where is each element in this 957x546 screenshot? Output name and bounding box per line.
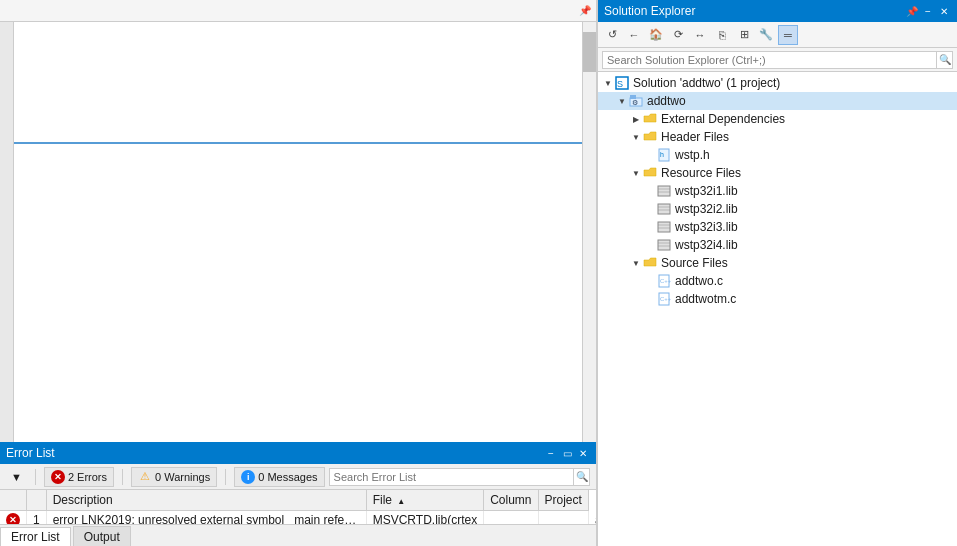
c-file-icon: C++ xyxy=(656,291,672,307)
solution-explorer-panel: Solution Explorer 📌 − ✕ ↺ ← 🏠 ⟳ ↔ ⎘ ⊞ 🔧 … xyxy=(597,0,957,546)
tree-label-wstp32i1-lib: wstp32i1.lib xyxy=(675,184,738,198)
se-home-btn[interactable]: 🏠 xyxy=(646,25,666,45)
tree-label-addtwotm-c: addtwotm.c xyxy=(675,292,736,306)
error-list-title-bar: Error List − ▭ ✕ xyxy=(0,442,596,464)
tree-label-wstp32i4-lib: wstp32i4.lib xyxy=(675,238,738,252)
bottom-panel: Error List − ▭ ✕ ▼ ✕ 2 Errors xyxy=(0,442,596,546)
tree-item-wstp32i1-lib[interactable]: wstp32i1.lib xyxy=(598,182,957,200)
tree-label-addtwo: addtwo xyxy=(647,94,686,108)
tree-expander-wstp-h[interactable] xyxy=(644,149,656,161)
solution-explorer-search: 🔍 xyxy=(598,48,957,72)
error-list-title: Error List xyxy=(6,446,55,460)
svg-rect-13 xyxy=(658,222,670,232)
warning-icon: ⚠ xyxy=(140,470,150,483)
tree-expander-addtwotm-c[interactable] xyxy=(644,293,656,305)
errors-filter-button[interactable]: ✕ 2 Errors xyxy=(44,467,114,487)
restore-icon[interactable]: ▭ xyxy=(560,446,574,460)
solution-explorer-search-input[interactable] xyxy=(602,51,937,69)
error-search-input[interactable] xyxy=(329,468,574,486)
col-header-line[interactable]: Column xyxy=(484,490,538,510)
close-icon[interactable]: ✕ xyxy=(576,446,590,460)
tab-error-list[interactable]: Error List xyxy=(0,527,71,546)
svg-text:C++: C++ xyxy=(660,278,671,284)
solution-explorer-toolbar: ↺ ← 🏠 ⟳ ↔ ⎘ ⊞ 🔧 ═ xyxy=(598,22,957,48)
tree-item-wstp32i4-lib[interactable]: wstp32i4.lib xyxy=(598,236,957,254)
tree-expander-wstp32i4-lib[interactable] xyxy=(644,239,656,251)
error-list-toolbar: ▼ ✕ 2 Errors ⚠ 0 Warnings xyxy=(0,464,596,490)
minimize-icon[interactable]: − xyxy=(544,446,558,460)
tree-label-addtwo-c: addtwo.c xyxy=(675,274,723,288)
svg-rect-7 xyxy=(658,186,670,196)
tree-item-wstp32i3-lib[interactable]: wstp32i3.lib xyxy=(598,218,957,236)
col-header-col[interactable]: Project xyxy=(538,490,588,510)
tree-label-resource-files: Resource Files xyxy=(661,166,741,180)
tree-expander-wstp32i2-lib[interactable] xyxy=(644,203,656,215)
tree-item-solution[interactable]: ▼SSolution 'addtwo' (1 project) xyxy=(598,74,957,92)
auto-hide-icon[interactable]: 📌 xyxy=(905,4,919,18)
tree-item-header-files[interactable]: ▼Header Files xyxy=(598,128,957,146)
tree-expander-addtwo-c[interactable] xyxy=(644,275,656,287)
error-search-icon[interactable]: 🔍 xyxy=(574,468,590,486)
error-icon: ✕ xyxy=(51,470,65,484)
tree-label-source-files: Source Files xyxy=(661,256,728,270)
folder-filter-icon xyxy=(642,129,658,145)
se-sync-btn[interactable]: ⟳ xyxy=(668,25,688,45)
tree-expander-header-files[interactable]: ▼ xyxy=(630,131,642,143)
col-header-icon[interactable] xyxy=(0,490,27,510)
filter-button[interactable]: ▼ xyxy=(6,468,27,486)
toolbar-divider2 xyxy=(122,469,123,485)
tree-item-addtwo-c[interactable]: C++addtwo.c xyxy=(598,272,957,290)
se-active-btn[interactable]: ═ xyxy=(778,25,798,45)
tree-label-header-files: Header Files xyxy=(661,130,729,144)
tree-expander-ext-deps[interactable]: ▶ xyxy=(630,113,642,125)
tree-expander-wstp32i1-lib[interactable] xyxy=(644,185,656,197)
svg-text:⚙: ⚙ xyxy=(632,99,638,106)
warnings-filter-button[interactable]: ⚠ 0 Warnings xyxy=(131,467,217,487)
se-forward-btn[interactable]: ← xyxy=(624,25,644,45)
scrollbar-thumb[interactable] xyxy=(583,32,596,72)
messages-filter-button[interactable]: i 0 Messages xyxy=(234,467,324,487)
tree-expander-solution[interactable]: ▼ xyxy=(602,77,614,89)
tree-item-addtwo[interactable]: ▼⚙addtwo xyxy=(598,92,957,110)
tree-item-source-files[interactable]: ▼Source Files xyxy=(598,254,957,272)
tree-label-wstp32i2-lib: wstp32i2.lib xyxy=(675,202,738,216)
se-expand-btn[interactable]: ↔ xyxy=(690,25,710,45)
solution-explorer-title: Solution Explorer xyxy=(604,4,695,18)
warnings-count-label: 0 Warnings xyxy=(155,471,210,483)
se-minimize-icon[interactable]: − xyxy=(921,4,935,18)
tree-label-wstp-h: wstp.h xyxy=(675,148,710,162)
tree-item-wstp-h[interactable]: hwstp.h xyxy=(598,146,957,164)
error-search-container: 🔍 xyxy=(329,468,590,486)
tree-expander-wstp32i3-lib[interactable] xyxy=(644,221,656,233)
tree-label-ext-deps: External Dependencies xyxy=(661,112,785,126)
toolbar-divider3 xyxy=(225,469,226,485)
tree-expander-addtwo[interactable]: ▼ xyxy=(616,95,628,107)
col-header-num[interactable] xyxy=(27,490,47,510)
tree-item-resource-files[interactable]: ▼Resource Files xyxy=(598,164,957,182)
se-grid-btn[interactable]: ⊞ xyxy=(734,25,754,45)
toolbar-divider xyxy=(35,469,36,485)
pin-icon[interactable]: 📌 xyxy=(576,2,594,20)
se-copy-btn[interactable]: ⎘ xyxy=(712,25,732,45)
tree-expander-source-files[interactable]: ▼ xyxy=(630,257,642,269)
folder-filter-icon xyxy=(642,165,658,181)
bottom-tabs-bar: Error List Output xyxy=(0,524,596,546)
tab-output[interactable]: Output xyxy=(73,526,131,546)
tree-label-solution: Solution 'addtwo' (1 project) xyxy=(633,76,780,90)
solution-explorer-search-icon[interactable]: 🔍 xyxy=(937,51,953,69)
solution-explorer-tree[interactable]: ▼SSolution 'addtwo' (1 project)▼⚙addtwo▶… xyxy=(598,72,957,546)
se-settings-btn[interactable]: 🔧 xyxy=(756,25,776,45)
lib-icon xyxy=(656,237,672,253)
header-icon: h xyxy=(656,147,672,163)
tree-item-addtwotm-c[interactable]: C++addtwotm.c xyxy=(598,290,957,308)
tree-item-ext-deps[interactable]: ▶External Dependencies xyxy=(598,110,957,128)
se-close-icon[interactable]: ✕ xyxy=(937,4,951,18)
col-header-description[interactable]: Description xyxy=(46,490,366,510)
tree-item-wstp32i2-lib[interactable]: wstp32i2.lib xyxy=(598,200,957,218)
col-header-file[interactable]: File ▲ xyxy=(366,490,483,510)
tree-expander-resource-files[interactable]: ▼ xyxy=(630,167,642,179)
filter-arrow-icon: ▼ xyxy=(11,471,22,483)
svg-rect-16 xyxy=(658,240,670,250)
se-back-btn[interactable]: ↺ xyxy=(602,25,622,45)
folder-filter-icon xyxy=(642,255,658,271)
